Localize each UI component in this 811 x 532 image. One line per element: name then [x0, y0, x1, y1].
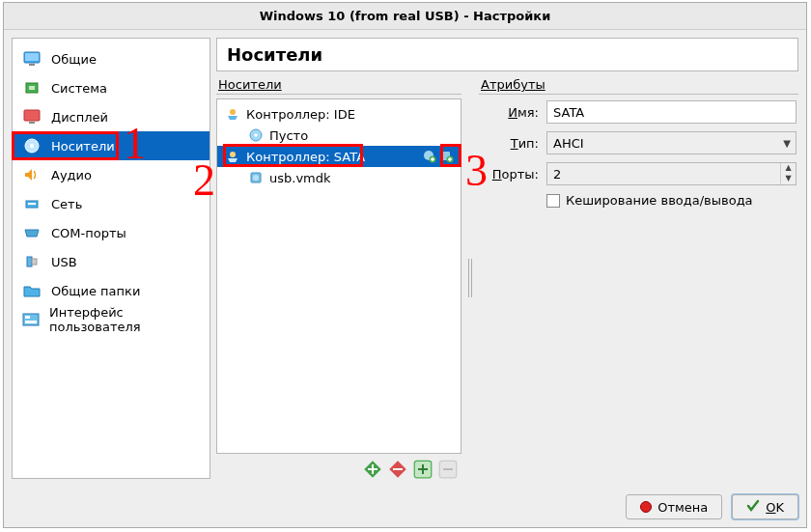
sidebar-item-label: Носители — [51, 139, 115, 154]
window-title: Windows 10 (from real USB) - Настройки — [4, 3, 806, 30]
ide-controller-label: Контроллер: IDE — [246, 107, 457, 122]
svg-point-25 — [253, 175, 259, 181]
cancel-icon — [640, 501, 652, 513]
sidebar-item-label: COM-порты — [51, 226, 126, 240]
attributes-grid: Имя: Тип: AHCI ▼ Порты: 2 ▲▼ — [479, 98, 798, 208]
svg-rect-11 — [27, 257, 32, 266]
hard-disk-icon — [248, 170, 264, 185]
window-body: Общие Система Дисплей Носители — [4, 30, 806, 487]
sata-controller-label: Контроллер: SATA — [246, 150, 416, 164]
ports-label: Порты: — [481, 167, 539, 182]
monitor-icon — [22, 50, 42, 68]
sidebar-item-label: Интерфейс пользователя — [49, 305, 200, 334]
optical-disc-icon — [248, 127, 264, 143]
ide-empty-label: Пусто — [269, 128, 457, 143]
svg-rect-6 — [29, 122, 35, 124]
svg-rect-1 — [25, 53, 39, 61]
svg-rect-2 — [29, 64, 35, 66]
add-hard-disk-button[interactable] — [439, 149, 455, 164]
sidebar-item-display[interactable]: Дисплей — [13, 102, 210, 131]
sidebar-item-network[interactable]: Сеть — [13, 189, 210, 218]
storage-tree-group-label: Носители — [216, 77, 461, 95]
svg-point-18 — [254, 133, 257, 136]
storage-tree-toolbar — [216, 454, 461, 479]
attributes-panel: Атрибуты Имя: Тип: AHCI ▼ Порты: 2 ▲▼ — [479, 77, 798, 479]
ui-icon — [22, 311, 40, 328]
storage-tree[interactable]: Контроллер: IDE Пусто — [216, 98, 461, 454]
cache-label: Кеширование ввода/вывода — [566, 193, 753, 208]
add-attachment-button[interactable] — [413, 460, 433, 479]
ok-icon — [746, 499, 760, 516]
svg-rect-5 — [24, 110, 40, 121]
sata-controller-icon — [225, 149, 240, 164]
cache-checkbox-row[interactable]: Кеширование ввода/вывода — [546, 193, 797, 208]
sidebar-item-storage[interactable]: Носители — [13, 131, 210, 160]
sidebar-item-label: USB — [51, 255, 77, 269]
cancel-button[interactable]: Отмена — [626, 494, 722, 519]
sidebar-item-audio[interactable]: Аудио — [13, 160, 210, 189]
type-label: Тип: — [481, 136, 539, 151]
sidebar-item-user-interface[interactable]: Интерфейс пользователя — [13, 305, 210, 334]
disc-icon — [22, 137, 42, 154]
chevron-down-icon: ▼ — [778, 138, 796, 149]
type-combobox[interactable]: AHCI ▼ — [546, 131, 797, 154]
sidebar: Общие Система Дисплей Носители — [12, 38, 210, 479]
sidebar-item-serial[interactable]: COM-порты — [13, 218, 210, 247]
display-icon — [22, 108, 42, 126]
ide-controller-row[interactable]: Контроллер: IDE — [217, 103, 461, 125]
svg-rect-10 — [28, 203, 36, 205]
svg-point-16 — [230, 109, 236, 115]
network-icon — [22, 195, 42, 212]
cache-checkbox[interactable] — [546, 194, 560, 208]
name-label: Имя: — [481, 105, 539, 120]
sidebar-item-label: Общие папки — [51, 284, 140, 298]
sidebar-item-shared-folders[interactable]: Общие папки — [13, 276, 210, 305]
sata-disk-label: usb.vmdk — [269, 171, 457, 185]
remove-attachment-button[interactable] — [438, 460, 458, 479]
svg-point-19 — [230, 152, 236, 157]
svg-rect-12 — [32, 259, 37, 265]
content-split: Носители Контроллер: IDE — [216, 77, 798, 479]
sidebar-item-label: Дисплей — [51, 110, 108, 125]
spin-buttons[interactable]: ▲▼ — [780, 163, 796, 184]
sidebar-item-general[interactable]: Общие — [13, 44, 210, 73]
type-value: AHCI — [547, 136, 778, 151]
ide-controller-icon — [225, 106, 240, 122]
content-area: Носители Носители Контроллер: IDE — [216, 38, 798, 479]
storage-tree-panel: Носители Контроллер: IDE — [216, 77, 461, 479]
svg-point-8 — [30, 144, 34, 148]
chip-icon — [22, 79, 42, 97]
ports-spinbox[interactable]: 2 ▲▼ — [546, 162, 797, 185]
remove-controller-button[interactable] — [388, 460, 407, 479]
panel-splitter[interactable] — [467, 77, 473, 479]
sidebar-item-system[interactable]: Система — [13, 73, 210, 102]
name-input[interactable] — [546, 100, 797, 124]
sidebar-item-label: Аудио — [51, 168, 92, 182]
settings-window: Windows 10 (from real USB) - Настройки О… — [3, 2, 807, 528]
svg-rect-13 — [23, 314, 39, 325]
folder-icon — [22, 282, 42, 299]
sidebar-item-usb[interactable]: USB — [13, 247, 210, 276]
sata-disk-row[interactable]: usb.vmdk — [217, 167, 461, 188]
ide-empty-row[interactable]: Пусто — [217, 125, 461, 146]
sidebar-item-label: Общие — [51, 52, 97, 67]
svg-rect-14 — [25, 316, 30, 319]
dialog-button-bar: Отмена OK — [4, 487, 806, 527]
sidebar-item-label: Система — [51, 81, 107, 96]
ports-value: 2 — [547, 167, 780, 182]
svg-rect-15 — [25, 321, 37, 323]
usb-icon — [22, 253, 42, 270]
sidebar-item-label: Сеть — [51, 197, 82, 211]
ok-button[interactable]: OK — [732, 494, 798, 519]
add-optical-drive-button[interactable] — [422, 149, 437, 164]
svg-rect-4 — [29, 86, 35, 90]
sata-controller-row[interactable]: Контроллер: SATA — [217, 146, 461, 167]
speaker-icon — [22, 166, 42, 183]
serial-port-icon — [22, 224, 42, 241]
add-controller-button[interactable] — [363, 460, 382, 479]
attributes-group-label: Атрибуты — [479, 77, 798, 95]
page-title: Носители — [216, 38, 798, 71]
